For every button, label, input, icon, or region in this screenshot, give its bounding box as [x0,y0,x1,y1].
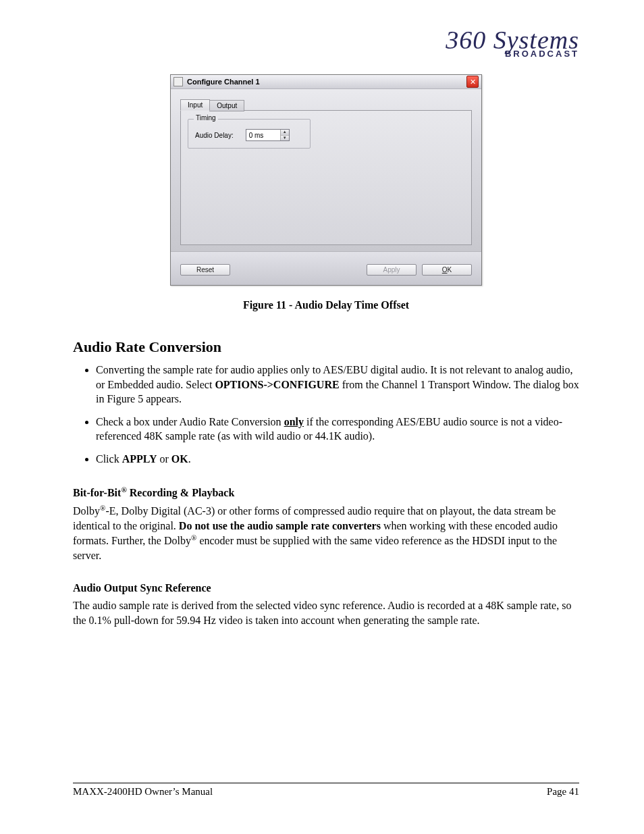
text: Click [96,453,122,465]
text: or [157,453,171,465]
footer-manual-title: MAXX-2400HD Owner’s Manual [73,786,213,798]
bullet-list: Converting the sample rate for audio app… [73,363,579,467]
subheading-bitforbit: Bit-for-Bit® Recording & Playback [73,486,579,499]
audio-delay-label: Audio Delay: [195,132,234,139]
dialog-titlebar: Configure Channel 1 ✕ [171,75,481,89]
menu-path: OPTIONS->CONFIGURE [215,379,339,390]
close-button[interactable]: ✕ [466,76,479,88]
spin-up-icon[interactable]: ▲ [281,130,289,136]
reset-button[interactable]: Reset [180,264,230,276]
apply-word: APPLY [122,453,157,465]
tab-strip: Input Output [180,99,472,110]
spin-down-icon[interactable]: ▼ [281,136,289,141]
emphasis-only: only [284,416,304,427]
list-item: Click APPLY or OK. [96,452,579,467]
ok-word: OK [171,453,188,465]
bold-warning: Do not use the audio sample rate convert… [179,520,381,531]
configure-channel-dialog: Configure Channel 1 ✕ Input Output Timin… [170,74,482,286]
text: Recording & Playback [127,487,235,498]
action-spacer [230,264,361,276]
subheading-audio-sync: Audio Output Sync Reference [73,582,579,594]
registered-mark: ® [100,504,106,512]
dialog-action-bar: Reset Apply OK [171,251,481,285]
paragraph: Dolby®‑E, Dolby Digital (AC-3) or other … [73,503,579,563]
apply-button[interactable]: Apply [367,264,417,276]
text: Bit-for-Bit [73,487,121,498]
audio-delay-value: 0 ms [246,130,280,140]
timing-groupbox: Timing Audio Delay: 0 ms ▲ ▼ [188,119,311,149]
brand-logo: 360 Systems BROADCAST [446,28,579,58]
document-page: 360 Systems BROADCAST Configure Channel … [0,0,644,834]
page-footer: MAXX-2400HD Owner’s Manual Page 41 [73,783,579,798]
dialog-title: Configure Channel 1 [187,78,466,86]
tab-panel-input: Timing Audio Delay: 0 ms ▲ ▼ [180,110,472,245]
list-item: Check a box under Audio Rate Conversion … [96,415,579,444]
tab-input[interactable]: Input [180,99,210,111]
spin-buttons: ▲ ▼ [280,130,289,140]
list-item: Converting the sample rate for audio app… [96,363,579,407]
audio-delay-row: Audio Delay: 0 ms ▲ ▼ [195,129,303,141]
section-heading: Audio Rate Conversion [73,338,579,356]
registered-mark: ® [121,486,126,494]
audio-delay-spinbox[interactable]: 0 ms ▲ ▼ [246,129,290,141]
screenshot-figure: Configure Channel 1 ✕ Input Output Timin… [73,74,579,286]
window-handle-icon [173,77,183,86]
footer-page-number: Page 41 [547,786,579,798]
dialog-body: Input Output Timing Audio Delay: 0 ms ▲ [171,89,481,251]
paragraph: The audio sample rate is derived from th… [73,598,579,627]
groupbox-legend: Timing [194,114,218,122]
close-icon: ✕ [470,78,476,86]
text: Check a box under Audio Rate Conversion [96,416,284,427]
text: . [188,453,191,465]
figure-caption: Figure 11 - Audio Delay Time Offset [73,299,579,311]
text: Dolby [73,505,100,517]
tab-output[interactable]: Output [209,100,244,111]
ok-button[interactable]: OK [422,264,472,276]
